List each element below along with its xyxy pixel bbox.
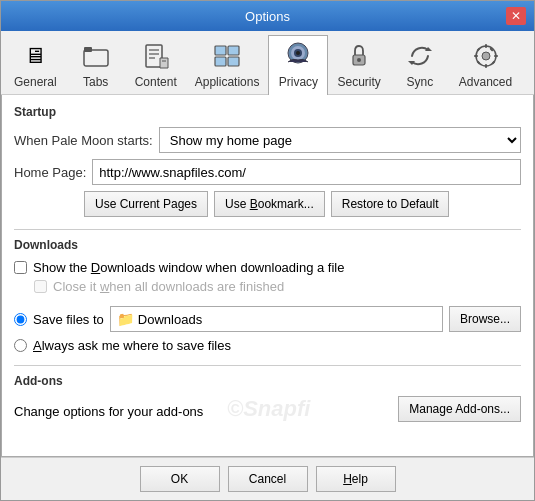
tab-advanced-label: Advanced: [459, 75, 512, 89]
content-icon: [140, 40, 172, 72]
downloads-folder-display: 📁 Downloads: [110, 306, 443, 332]
svg-rect-25: [494, 55, 498, 57]
show-downloads-row: Show the Downloads window when downloadi…: [14, 260, 521, 275]
toolbar: 🖥 General Tabs: [1, 31, 534, 95]
sync-icon: [404, 40, 436, 72]
tab-applications-label: Applications: [195, 75, 260, 89]
show-downloads-label: Show the Downloads window when downloadi…: [33, 260, 345, 275]
tab-privacy[interactable]: Privacy: [268, 35, 328, 95]
privacy-icon: [282, 40, 314, 72]
advanced-icon: [470, 40, 502, 72]
svg-rect-1: [84, 47, 92, 52]
tab-applications[interactable]: Applications: [186, 35, 269, 95]
folder-icon: 📁: [117, 311, 134, 327]
startup-section-label: Startup: [14, 105, 521, 119]
always-ask-radio[interactable]: [14, 339, 27, 352]
tab-content[interactable]: Content: [126, 35, 186, 95]
main-content: Startup When Pale Moon starts: Show my h…: [1, 95, 534, 457]
tab-general-label: General: [14, 75, 57, 89]
window-title: Options: [29, 9, 506, 24]
use-bookmark-button[interactable]: Use Bookmark...: [214, 191, 325, 217]
downloads-section-label: Downloads: [14, 238, 521, 252]
security-icon: [343, 40, 375, 72]
svg-point-21: [482, 52, 490, 60]
svg-rect-23: [485, 64, 487, 68]
home-page-input[interactable]: [92, 159, 521, 185]
save-files-label: Save files to: [33, 312, 104, 327]
save-files-row: Save files to 📁 Downloads Browse...: [14, 306, 521, 332]
startup-button-row: Use Current Pages Use Bookmark... Restor…: [84, 191, 521, 217]
startup-when-select[interactable]: Show my home page Show a blank page Show…: [159, 127, 521, 153]
tab-sync[interactable]: Sync: [390, 35, 450, 95]
downloads-folder-name: Downloads: [138, 312, 202, 327]
svg-point-17: [357, 58, 361, 62]
addons-row: Change options for your add-ons ©Snapfi …: [14, 396, 521, 422]
close-downloads-row: Close it when all downloads are finished: [34, 279, 521, 294]
tab-advanced[interactable]: Advanced: [450, 35, 521, 95]
svg-rect-22: [485, 44, 487, 48]
general-icon: 🖥: [19, 40, 51, 72]
always-ask-label: Always ask me where to save files: [33, 338, 231, 353]
startup-homepage-row: Home Page:: [14, 159, 521, 185]
save-files-radio[interactable]: [14, 313, 27, 326]
footer: OK Cancel Help: [1, 457, 534, 500]
startup-when-row: When Pale Moon starts: Show my home page…: [14, 127, 521, 153]
startup-when-label: When Pale Moon starts:: [14, 133, 153, 148]
tab-general[interactable]: 🖥 General: [5, 35, 66, 95]
tab-security-label: Security: [337, 75, 380, 89]
tab-sync-label: Sync: [406, 75, 433, 89]
restore-default-button[interactable]: Restore to Default: [331, 191, 450, 217]
always-ask-row: Always ask me where to save files: [14, 338, 521, 353]
svg-marker-6: [160, 58, 168, 68]
browse-button[interactable]: Browse...: [449, 306, 521, 332]
svg-rect-24: [474, 55, 478, 57]
svg-point-15: [296, 51, 300, 55]
startup-section: Startup When Pale Moon starts: Show my h…: [14, 105, 521, 217]
options-window: Options ✕ 🖥 General Tabs: [0, 0, 535, 501]
addons-watermark: ©Snapfi: [227, 396, 310, 421]
addons-section-label: Add-ons: [14, 374, 521, 388]
applications-icon: [211, 40, 243, 72]
addons-change-label: Change options for your add-ons: [14, 404, 203, 419]
manage-addons-button[interactable]: Manage Add-ons...: [398, 396, 521, 422]
show-downloads-checkbox[interactable]: [14, 261, 27, 274]
tab-privacy-label: Privacy: [279, 75, 318, 89]
tab-security[interactable]: Security: [328, 35, 389, 95]
help-button[interactable]: Help: [316, 466, 396, 492]
tab-content-label: Content: [135, 75, 177, 89]
title-bar: Options ✕: [1, 1, 534, 31]
ok-button[interactable]: OK: [140, 466, 220, 492]
tabs-icon: [80, 40, 112, 72]
svg-rect-11: [228, 57, 239, 66]
use-current-pages-button[interactable]: Use Current Pages: [84, 191, 208, 217]
downloads-section: Downloads Show the Downloads window when…: [14, 238, 521, 353]
svg-rect-8: [215, 46, 226, 55]
close-button[interactable]: ✕: [506, 7, 526, 25]
tab-tabs-label: Tabs: [83, 75, 108, 89]
svg-rect-0: [84, 50, 108, 66]
startup-home-label: Home Page:: [14, 165, 86, 180]
svg-rect-10: [215, 57, 226, 66]
cancel-button[interactable]: Cancel: [228, 466, 308, 492]
addons-section: Add-ons Change options for your add-ons …: [14, 374, 521, 422]
tab-tabs[interactable]: Tabs: [66, 35, 126, 95]
use-bookmark-label: Use Bookmark...: [225, 197, 314, 211]
svg-rect-9: [228, 46, 239, 55]
close-downloads-checkbox[interactable]: [34, 280, 47, 293]
help-label: Help: [343, 472, 368, 486]
close-downloads-label: Close it when all downloads are finished: [53, 279, 284, 294]
